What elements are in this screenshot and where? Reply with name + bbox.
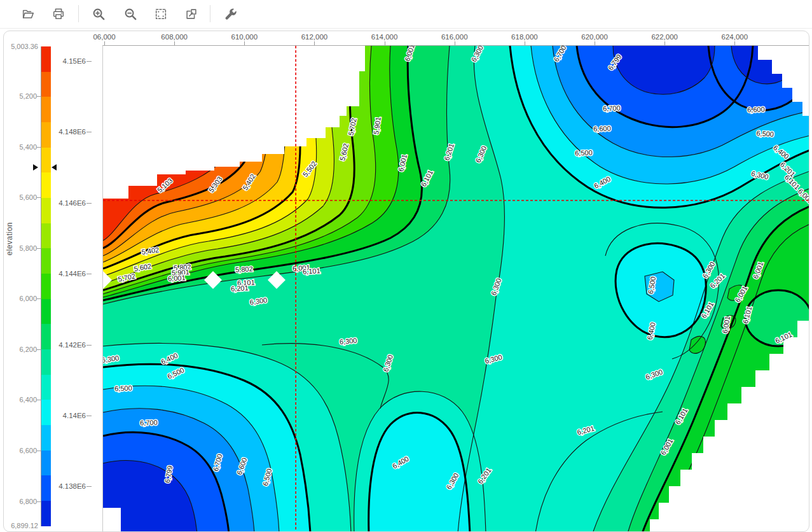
wrench-icon [223,7,238,22]
y-axis-tick [86,486,92,487]
y-axis-label: 4.14E6 [63,412,86,419]
y-axis-tick [86,61,92,62]
printer-icon [52,7,65,21]
zoom-in-icon [92,7,106,22]
zoom-in-button[interactable] [89,4,108,24]
print-button[interactable] [49,4,68,24]
x-axis-label: 618,000 [511,33,538,41]
zoom-out-button[interactable] [121,4,140,24]
zoom-extents-button[interactable] [151,4,170,24]
export-button[interactable] [182,4,201,24]
contour-label: 6,500 [756,129,774,138]
x-axis-label: 616,000 [441,33,468,41]
y-axis-tick [86,132,92,132]
y-axis-label: 4.146E6 [58,199,86,207]
x-axis-label: 06,000 [93,33,115,41]
y-axis-label: 4.138E6 [58,482,86,490]
x-axis-label: 610,000 [231,33,258,41]
contour-label: 6,500 [114,384,132,393]
y-axis-label: 4.144E6 [58,270,86,277]
settings-button[interactable] [221,4,240,24]
contour-label: 6,001 [168,274,186,282]
contour-label: 5,802 [235,265,253,273]
contour-map[interactable]: 5,1035,3035,4025,4025,5025,6025,6025,702… [102,45,809,532]
open-button[interactable] [18,4,38,24]
toolbar-separator [210,5,210,22]
contour-label: 6,201 [231,284,249,292]
y-axis: 4.15E64.148E64.146E64.144E64.142E64.14E6… [4,45,102,531]
x-axis: 06,000608,000610,000612,000614,000616,00… [102,31,809,45]
x-axis-label: 620,000 [581,33,608,41]
y-axis-tick [86,274,92,274]
toolbar-separator [78,5,79,22]
zoom-extents-icon [154,7,168,21]
y-axis-label: 4.148E6 [58,128,86,136]
y-axis-tick [86,203,92,204]
contour-fills [103,46,809,532]
x-axis-label: 614,000 [371,33,398,41]
contour-label: 6,101 [303,267,320,275]
x-axis-label: 608,000 [161,33,188,41]
y-axis-label: 4.15E6 [63,57,86,65]
contour-label: 6,300 [339,337,357,346]
contour-label: 6,700 [140,419,158,427]
contour-label: 6,500 [575,149,593,157]
contour-label: 6,600 [747,106,765,114]
chart-panel: elevation 5,003.366,899.125,2005,4005,60… [3,31,809,532]
open-folder-icon [21,7,35,21]
contour-label: 6,700 [603,104,621,113]
x-axis-label: 622,000 [651,33,678,41]
toolbar [0,0,812,29]
y-axis-tick [86,416,92,416]
x-axis-label: 612,000 [301,33,328,41]
x-axis-label: 624,000 [722,33,748,41]
y-axis-tick [86,345,92,346]
zoom-out-icon [123,7,138,22]
contour-label: 6,600 [593,125,611,133]
y-axis-label: 4.142E6 [58,341,86,349]
export-icon [184,7,198,21]
